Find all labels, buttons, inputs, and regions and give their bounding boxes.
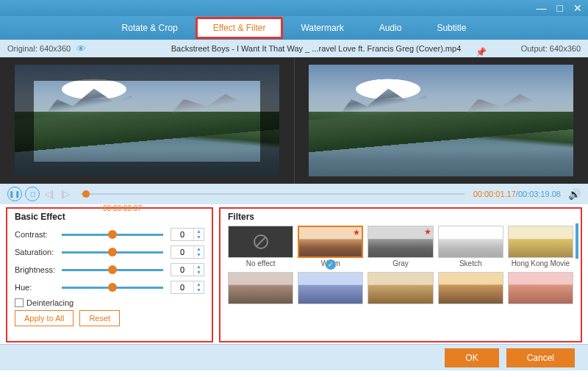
deinterlacing-row[interactable]: Deinterlacing	[15, 298, 204, 307]
hue-down-icon[interactable]: ▼	[194, 287, 204, 293]
contrast-up-icon[interactable]: ▲	[194, 229, 204, 234]
contrast-label: Contrast:	[15, 230, 62, 239]
favorite-icon: ★	[424, 227, 431, 237]
preview-toggle-icon[interactable]: 👁	[76, 43, 86, 54]
editor-area: Basic Effect Contrast: ▲▼ Saturation: ▲▼…	[0, 204, 588, 344]
timeline-slider[interactable]	[81, 193, 464, 195]
hue-value[interactable]: ▲▼	[171, 281, 204, 294]
tab-audio[interactable]: Audio	[362, 17, 420, 39]
filter-7[interactable]	[298, 272, 363, 306]
original-resolution: Original: 640x360	[7, 44, 71, 53]
preview-area	[0, 57, 588, 184]
favorite-icon: ★	[353, 228, 360, 237]
saturation-down-icon[interactable]: ▼	[194, 252, 204, 258]
svg-line-1	[257, 237, 265, 246]
ok-button[interactable]: OK	[445, 348, 498, 367]
minimize-icon[interactable]: ―	[537, 2, 547, 14]
output-resolution: Output: 640x360	[492, 44, 581, 53]
brightness-down-icon[interactable]: ▼	[194, 270, 204, 276]
pin-icon[interactable]: 📌	[476, 47, 487, 57]
footer-bar: OK Cancel	[0, 344, 588, 370]
prev-frame-icon[interactable]: ◁|	[43, 189, 56, 199]
deinterlacing-label: Deinterlacing	[26, 298, 74, 307]
brightness-slider[interactable]	[62, 269, 163, 271]
stop-button[interactable]: ◻	[25, 187, 40, 201]
next-frame-icon[interactable]: |▷	[59, 189, 72, 199]
brightness-label: Brightness:	[15, 265, 62, 274]
brightness-up-icon[interactable]: ▲	[194, 264, 204, 270]
playback-bar: ❚❚ ◻ ◁| |▷ 00:00:01.17/00:03:19.08 🔊	[0, 184, 588, 204]
apply-to-all-button[interactable]: Apply to All	[15, 310, 74, 326]
saturation-up-icon[interactable]: ▲	[194, 246, 204, 252]
filter-gray[interactable]: ★ Gray	[368, 226, 433, 268]
contrast-value[interactable]: ▲▼	[171, 228, 204, 241]
time-readout: 00:00:01.17/00:03:19.08	[473, 190, 561, 198]
deinterlacing-checkbox[interactable]	[15, 298, 24, 307]
basic-effect-panel: Basic Effect Contrast: ▲▼ Saturation: ▲▼…	[6, 207, 213, 342]
contrast-input[interactable]	[171, 230, 193, 239]
hue-up-icon[interactable]: ▲	[194, 281, 204, 287]
main-tabs: Rotate & Crop Effect & Filter Watermark …	[0, 16, 588, 40]
brightness-row: Brightness: ▲▼	[15, 261, 204, 279]
play-pause-button[interactable]: ❚❚	[7, 187, 22, 201]
original-preview	[0, 57, 294, 184]
filter-no-effect[interactable]: No effect	[228, 226, 293, 268]
tab-subtitle[interactable]: Subtitle	[419, 17, 484, 39]
filter-grid: No effect ★ ✓ Warm ★ Gray Sketch Hong Ko…	[228, 226, 573, 306]
contrast-row: Contrast: ▲▼	[15, 226, 204, 243]
filter-6[interactable]	[228, 272, 293, 306]
tab-watermark[interactable]: Watermark	[283, 17, 361, 39]
saturation-label: Saturation:	[15, 248, 62, 256]
filters-panel: Filters No effect ★ ✓ Warm ★ Gray Sketch	[219, 207, 582, 342]
info-bar: Original: 640x360 👁 Backstreet Boys - I …	[0, 40, 588, 57]
reset-button[interactable]: Reset	[79, 310, 120, 326]
filter-9[interactable]	[438, 272, 503, 306]
filter-warm[interactable]: ★ ✓ Warm	[298, 226, 363, 268]
filters-scrollbar[interactable]	[576, 223, 578, 259]
saturation-row: Saturation: ▲▼	[15, 243, 204, 261]
filter-sketch[interactable]: Sketch	[438, 226, 503, 268]
filter-hong-kong-movie[interactable]: Hong Kong Movie	[508, 226, 573, 268]
hue-label: Hue:	[15, 283, 62, 292]
brightness-value[interactable]: ▲▼	[171, 263, 204, 276]
tab-rotate-crop[interactable]: Rotate & Crop	[104, 17, 196, 39]
volume-icon[interactable]: 🔊	[568, 188, 581, 200]
close-icon[interactable]: ✕	[573, 2, 582, 14]
position-time: 00:00:00.07	[103, 204, 142, 212]
saturation-input[interactable]	[171, 248, 193, 256]
selected-check-icon: ✓	[326, 259, 336, 270]
filter-10[interactable]	[508, 272, 573, 306]
title-bar: ― □ ✕	[0, 0, 588, 16]
hue-slider[interactable]	[62, 287, 163, 289]
saturation-value[interactable]: ▲▼	[171, 245, 204, 259]
saturation-slider[interactable]	[62, 251, 163, 254]
hue-input[interactable]	[171, 283, 193, 292]
output-preview	[294, 57, 589, 184]
brightness-input[interactable]	[171, 265, 193, 274]
file-name: Backstreet Boys - I Want It That Way _ .…	[171, 44, 462, 53]
contrast-down-icon[interactable]: ▼	[194, 234, 204, 240]
maximize-icon[interactable]: □	[557, 2, 563, 14]
hue-row: Hue: ▲▼	[15, 279, 204, 296]
cancel-button[interactable]: Cancel	[506, 348, 575, 367]
contrast-slider[interactable]	[62, 234, 163, 236]
tab-effect-filter[interactable]: Effect & Filter	[196, 17, 284, 39]
filter-8[interactable]	[368, 272, 433, 306]
filters-heading: Filters	[228, 212, 573, 222]
basic-effect-heading: Basic Effect	[15, 212, 204, 222]
